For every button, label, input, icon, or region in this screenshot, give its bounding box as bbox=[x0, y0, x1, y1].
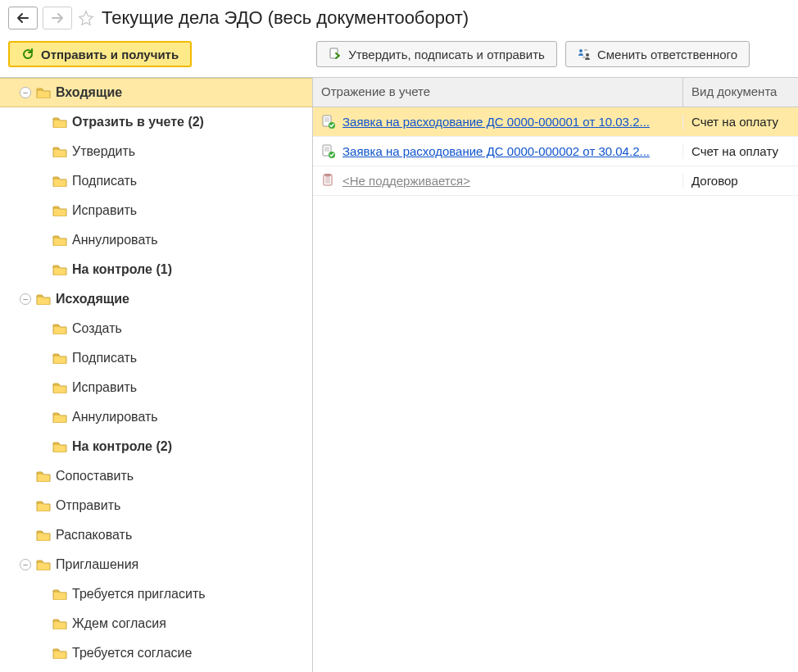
table-row[interactable]: Заявка на расходование ДС 0000-000001 от… bbox=[313, 107, 798, 137]
send-receive-label: Отправить и получить bbox=[41, 48, 179, 61]
tree-item-label: Создать bbox=[72, 321, 122, 336]
document-link[interactable]: <Не поддерживается> bbox=[342, 174, 470, 188]
tree-item-label: Исправить bbox=[72, 380, 137, 395]
folder-icon bbox=[52, 411, 67, 423]
folder-icon bbox=[52, 264, 67, 275]
document-link[interactable]: Заявка на расходование ДС 0000-000002 от… bbox=[342, 144, 650, 158]
tree-item-label: Ждем согласия bbox=[72, 616, 166, 631]
tree-item-match[interactable]: Сопоставить bbox=[0, 461, 312, 491]
tree-item-label: Распаковать bbox=[56, 528, 132, 543]
arrow-right-icon bbox=[52, 13, 63, 23]
tree-item-label: Аннулировать bbox=[72, 410, 158, 425]
refresh-icon bbox=[21, 48, 34, 61]
collapse-icon[interactable]: − bbox=[20, 559, 31, 570]
folder-icon bbox=[36, 500, 51, 511]
document-ok-icon bbox=[321, 115, 336, 129]
document-link[interactable]: Заявка на расходование ДС 0000-000001 от… bbox=[342, 115, 650, 129]
tree-item-outbox[interactable]: − Исходящие bbox=[0, 284, 312, 314]
grid-header-col1[interactable]: Отражение в учете bbox=[313, 78, 683, 107]
tree-item-inbox[interactable]: − Входящие bbox=[0, 78, 312, 107]
cell-doc-kind: Счет на оплату bbox=[683, 115, 798, 129]
doc-send-icon bbox=[329, 48, 342, 61]
folder-icon bbox=[36, 470, 51, 482]
collapse-icon[interactable]: − bbox=[20, 87, 31, 98]
tree-item-reflect-in-accounting[interactable]: Отразить в учете (2) bbox=[0, 107, 312, 137]
tree-item-label: Утвердить bbox=[72, 144, 135, 159]
approve-sign-send-label: Утвердить, подписать и отправить bbox=[348, 48, 545, 61]
grid-body: Заявка на расходование ДС 0000-000001 от… bbox=[313, 107, 798, 196]
tree-item-need-consent[interactable]: Требуется согласие bbox=[0, 638, 312, 668]
tree-item-label: Требуется согласие bbox=[72, 646, 192, 661]
tree-item-label: Сопоставить bbox=[56, 469, 134, 484]
tree-item-cancel-out[interactable]: Аннулировать bbox=[0, 402, 312, 432]
folder-icon bbox=[52, 146, 67, 157]
tree-item-waiting-consent[interactable]: Ждем согласия bbox=[0, 609, 312, 638]
folder-icon bbox=[52, 205, 67, 216]
tree-item-approve[interactable]: Утвердить bbox=[0, 137, 312, 166]
table-row[interactable]: <Не поддерживается>Договор bbox=[313, 166, 798, 196]
folder-icon bbox=[36, 293, 51, 305]
cell-doc-kind: Договор bbox=[683, 174, 798, 188]
arrow-left-icon bbox=[17, 13, 29, 23]
folder-icon bbox=[52, 618, 67, 629]
swap-person-icon bbox=[578, 48, 591, 61]
tree-item-label: Аннулировать bbox=[72, 233, 158, 247]
star-icon bbox=[78, 10, 94, 26]
cell-document: <Не поддерживается> bbox=[313, 174, 683, 188]
tree-item-need-invite[interactable]: Требуется пригласить bbox=[0, 579, 312, 609]
folder-icon bbox=[36, 559, 51, 570]
folder-icon bbox=[52, 352, 67, 364]
tree-item-label: На контроле (2) bbox=[72, 439, 172, 454]
tree-item-label: Исправить bbox=[72, 203, 137, 218]
nav-forward-button[interactable] bbox=[43, 7, 72, 30]
tree-item-label: Входящие bbox=[56, 85, 122, 100]
folder-icon bbox=[36, 529, 51, 541]
collapse-icon[interactable]: − bbox=[20, 293, 31, 305]
folder-icon bbox=[52, 323, 67, 334]
tree-item-label: Отправить bbox=[56, 498, 120, 513]
tree-item-label: Отразить в учете (2) bbox=[72, 115, 204, 129]
tree-item-create[interactable]: Создать bbox=[0, 314, 312, 343]
approve-sign-send-button[interactable]: Утвердить, подписать и отправить bbox=[316, 41, 557, 67]
tree-item-send[interactable]: Отправить bbox=[0, 491, 312, 520]
favorite-star-button[interactable] bbox=[77, 9, 95, 27]
tree-item-fix-in[interactable]: Исправить bbox=[0, 196, 312, 225]
grid-header-col2[interactable]: Вид документа bbox=[683, 78, 798, 107]
folder-icon bbox=[52, 647, 67, 659]
svg-point-2 bbox=[586, 53, 589, 57]
tree-item-label: Подписать bbox=[72, 174, 137, 188]
folder-icon bbox=[52, 175, 67, 187]
tree-item-fix-out[interactable]: Исправить bbox=[0, 373, 312, 402]
send-receive-button[interactable]: Отправить и получить bbox=[8, 41, 192, 67]
cell-doc-kind: Счет на оплату bbox=[683, 144, 798, 158]
tree-item-label: Приглашения bbox=[56, 557, 138, 572]
table-row[interactable]: Заявка на расходование ДС 0000-000002 от… bbox=[313, 137, 798, 166]
folder-icon bbox=[52, 234, 67, 246]
tree-item-cancel-in[interactable]: Аннулировать bbox=[0, 225, 312, 255]
tree-item-label: Исходящие bbox=[56, 292, 129, 306]
tree-item-label: Требуется пригласить bbox=[72, 587, 206, 602]
tree-item-on-control-out[interactable]: На контроле (2) bbox=[0, 432, 312, 461]
cell-document: Заявка на расходование ДС 0000-000002 от… bbox=[313, 144, 683, 159]
nav-back-button[interactable] bbox=[8, 7, 38, 30]
tree-item-invitations[interactable]: − Приглашения bbox=[0, 550, 312, 579]
tree-item-sign-in[interactable]: Подписать bbox=[0, 166, 312, 196]
body: − Входящие Отразить в учете (2) Утвердит… bbox=[0, 78, 798, 672]
tree-item-label: На контроле (1) bbox=[72, 262, 172, 277]
tree-item-on-control-in[interactable]: На контроле (1) bbox=[0, 255, 312, 284]
svg-rect-8 bbox=[325, 174, 330, 176]
folder-icon bbox=[52, 382, 67, 393]
main-grid: Отражение в учете Вид документа Заявка н… bbox=[313, 78, 798, 672]
toolbar: Отправить и получить Утвердить, подписат… bbox=[0, 33, 798, 78]
sidebar-tree: − Входящие Отразить в учете (2) Утвердит… bbox=[0, 78, 313, 672]
change-responsible-button[interactable]: Сменить ответственного bbox=[565, 41, 750, 67]
document-clipboard-icon bbox=[321, 174, 336, 188]
cell-document: Заявка на расходование ДС 0000-000001 от… bbox=[313, 115, 683, 129]
page-title: Текущие дела ЭДО (весь документооборот) bbox=[102, 7, 469, 29]
change-responsible-label: Сменить ответственного bbox=[597, 48, 737, 61]
header-bar: Текущие дела ЭДО (весь документооборот) bbox=[0, 0, 798, 33]
tree-item-unpack[interactable]: Распаковать bbox=[0, 520, 312, 550]
tree-item-label: Подписать bbox=[72, 351, 137, 366]
tree-item-sign-out[interactable]: Подписать bbox=[0, 343, 312, 373]
folder-icon bbox=[52, 116, 67, 128]
